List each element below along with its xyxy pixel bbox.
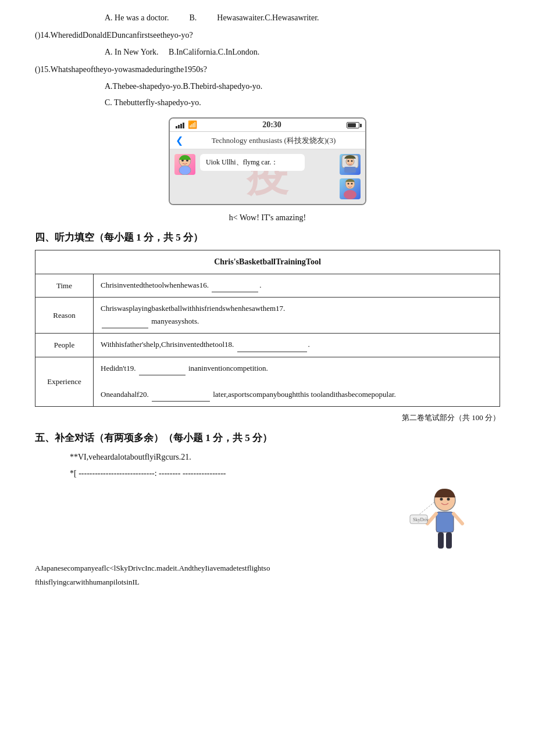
dialog-character-container: SkyDriv xyxy=(35,486,465,556)
bottom-text-2: fthisflyingcarwithhumanpilotsinIL xyxy=(35,575,500,589)
phone-status-bar: 📶 20:30 xyxy=(170,119,365,132)
dialog-section: **VI,veheardalotaboutflyiRgcurs.21. *[ -… xyxy=(35,450,500,481)
blank-19[interactable] xyxy=(139,362,186,375)
part2-header: 第二卷笔试部分（共 100 分） xyxy=(35,413,500,423)
phone-time: 20:30 xyxy=(262,120,281,130)
fill-table-section: Chris'sBasketballTrainingTool Time Chris… xyxy=(35,250,500,406)
character-svg: SkyDriv xyxy=(407,486,465,556)
q14-text: ()14.WheredidDonaldEDuncanfirstseetheyo-… xyxy=(35,29,500,42)
table-title: Chris'sBasketballTrainingTool xyxy=(35,250,500,274)
svg-rect-8 xyxy=(344,167,356,173)
svg-point-5 xyxy=(346,157,354,166)
table-category-experience: Experience xyxy=(35,357,94,406)
dialog-line2: *[ ----------------------------: -------… xyxy=(70,467,500,481)
q14-option-bc: B.InCalifornia.C.InLondon. xyxy=(169,48,259,56)
q15-text: ()15.Whatshapeoftheyo-yowasmadeduringthe… xyxy=(35,63,500,76)
svg-point-1 xyxy=(179,166,191,175)
blank-16[interactable] xyxy=(212,279,258,292)
q14-option-a: A. In New York. xyxy=(105,48,159,56)
q13-option-a: A. He was a doctor. xyxy=(105,13,169,22)
chat-message: Uiok Ullhi、flymg car.： xyxy=(200,154,305,171)
blank-20[interactable] xyxy=(152,388,210,402)
table-category-reason: Reason xyxy=(35,298,94,334)
avatar-left xyxy=(174,154,195,175)
signal-icon xyxy=(176,121,184,128)
table-category-time: Time xyxy=(35,274,94,298)
svg-point-6 xyxy=(348,160,349,162)
svg-rect-20 xyxy=(446,532,452,549)
blank-18[interactable] xyxy=(237,338,307,352)
avatar-right-bottom xyxy=(340,178,361,199)
svg-point-12 xyxy=(344,190,356,199)
phone-title: Technology enthusiasts (科技发烧友)(3) xyxy=(188,135,359,146)
svg-point-11 xyxy=(351,183,353,185)
svg-point-7 xyxy=(351,160,353,162)
table-content-people: Withhisfather'shelp,Chrisinventedthetool… xyxy=(94,334,500,357)
battery-icon xyxy=(347,122,359,128)
phone-image: 📶 20:30 ❮ Technology enthusiasts (科技发烧友)… xyxy=(35,117,500,205)
bottom-text-1: AJapanesecompanyeaflc<lSkyDrivcInc.madei… xyxy=(35,561,500,575)
table-content-reason: Chriswasplayingbasketballwithhisfriendsw… xyxy=(94,298,500,334)
q13-option-b: B. xyxy=(189,13,197,22)
section5-title: 五、补全对话（有两项多余）（每小题 1 分，共 5 分） xyxy=(35,431,500,445)
svg-rect-16 xyxy=(436,512,454,532)
svg-point-15 xyxy=(447,498,450,501)
svg-rect-19 xyxy=(438,532,444,549)
svg-line-17 xyxy=(427,514,436,524)
blank-17[interactable] xyxy=(102,315,148,328)
phone-nav-bar: ❮ Technology enthusiasts (科技发烧友)(3) xyxy=(170,132,365,149)
q15-option-c: C. Thebutterfly-shapedyo-yo. xyxy=(105,96,500,109)
back-icon[interactable]: ❮ xyxy=(176,135,183,146)
wow-line: h< Wow! IT's amazing! xyxy=(35,213,500,223)
svg-point-10 xyxy=(348,183,349,185)
q15-option-ab: A.Thebee-shapedyo-yo.B.Thebird-shapedyo-… xyxy=(105,80,500,93)
svg-line-18 xyxy=(454,514,462,524)
svg-text:SkyDriv: SkyDriv xyxy=(413,517,429,522)
phone-chat-content: 疫 Uiok Ullhi、flymg xyxy=(170,149,365,204)
svg-point-14 xyxy=(440,498,443,501)
section4-title: 四、听力填空（每小题 1 分，共 5 分） xyxy=(35,231,500,244)
table-content-experience: Hedidn't19. inaninventioncompetition. On… xyxy=(94,357,500,406)
wifi-icon: 📶 xyxy=(188,120,197,130)
table-content-time: Chrisinventedthetoolwhenhewas16. . xyxy=(94,274,500,298)
avatar-right-top xyxy=(340,154,361,175)
q13-option-b2: Hewasawaiter.C.Hewasawriter. xyxy=(217,13,319,22)
table-category-people: People xyxy=(35,334,94,357)
fill-table: Chris'sBasketballTrainingTool Time Chris… xyxy=(35,250,500,406)
svg-line-21 xyxy=(419,502,434,515)
bottom-text-container: AJapanesecompanyeaflc<lSkyDrivcInc.madei… xyxy=(35,561,500,589)
dialog-line1: **VI,veheardalotaboutflyiRgcurs.21. xyxy=(70,450,500,464)
